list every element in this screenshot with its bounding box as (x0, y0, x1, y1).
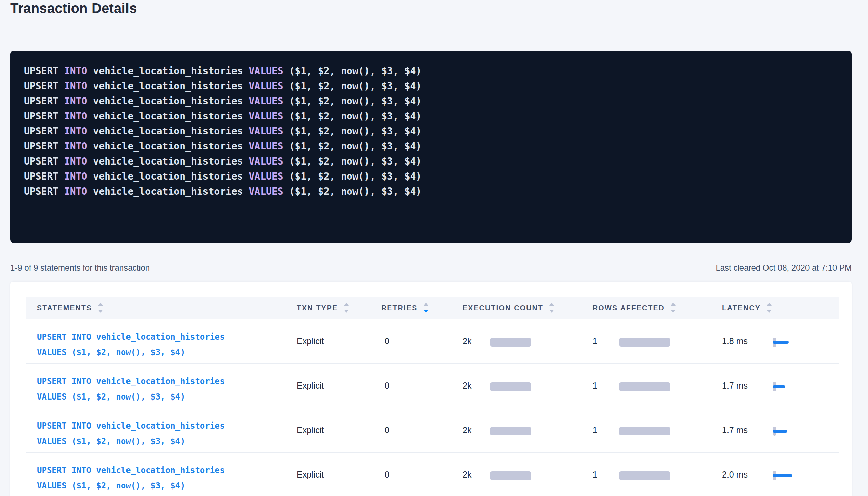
statement-cell: UPSERT INTO vehicle_location_histories V… (26, 364, 297, 408)
execution-count-bar (490, 427, 531, 435)
sort-asc-icon (424, 303, 428, 306)
sql-statement-line: UPSERT INTO vehicle_location_histories V… (24, 109, 852, 124)
latency-value: 1.8 ms (722, 336, 748, 346)
latency-cell: 1.8 ms (722, 319, 839, 363)
sort-asc-icon (98, 303, 103, 306)
sort-desc-icon (98, 310, 103, 313)
sql-statement-line: UPSERT INTO vehicle_location_histories V… (24, 169, 852, 184)
latency-value: 1.7 ms (722, 425, 748, 435)
statement-link[interactable]: UPSERT INTO vehicle_location_histories (37, 374, 297, 389)
sort-desc-icon (549, 310, 554, 313)
statements-count-label: 1-9 of 9 statements for this transaction (10, 263, 150, 273)
sort-arrows-icon (671, 303, 676, 313)
table-row: UPSERT INTO vehicle_location_histories V… (26, 453, 839, 496)
rows-affected-value: 1 (592, 470, 597, 479)
column-header-rows-affected[interactable]: ROWS AFFECTED (592, 303, 722, 313)
sql-statements-box: UPSERT INTO vehicle_location_histories V… (10, 51, 852, 243)
rows-affected-value: 1 (592, 336, 597, 346)
rows-affected-bar (619, 338, 670, 347)
sql-statement-line: UPSERT INTO vehicle_location_histories V… (24, 94, 852, 109)
rows-affected-value: 1 (592, 425, 597, 435)
sort-desc-icon (671, 310, 676, 313)
sort-arrows-icon (98, 303, 103, 313)
sort-arrows-icon (424, 303, 428, 313)
retries-cell: 0 (381, 364, 463, 408)
latency-cell: 2.0 ms (722, 453, 839, 496)
rows-affected-bar (619, 427, 670, 435)
latency-bar (773, 430, 787, 433)
rows-affected-value: 1 (592, 381, 597, 390)
last-cleared-label: Last cleared Oct 08, 2020 at 7:10 PM (716, 263, 852, 273)
sort-arrows-icon (767, 303, 772, 313)
execution-count-bar (490, 471, 531, 480)
sort-asc-icon (767, 303, 772, 306)
sql-statement-list: UPSERT INTO vehicle_location_histories V… (24, 64, 852, 199)
latency-cell: 1.7 ms (722, 364, 839, 408)
latency-bar-chart (773, 471, 803, 480)
column-header-execution-count[interactable]: EXECUTION COUNT (463, 303, 592, 313)
sort-desc-icon (767, 310, 772, 313)
table-row: UPSERT INTO vehicle_location_histories V… (26, 364, 839, 408)
sort-arrows-icon (344, 303, 349, 313)
statement-link[interactable]: UPSERT INTO vehicle_location_histories (37, 329, 297, 345)
table-row: UPSERT INTO vehicle_location_histories V… (26, 319, 839, 364)
execution-count-value: 2k (463, 381, 471, 390)
table-row: UPSERT INTO vehicle_location_histories V… (26, 408, 839, 453)
execution-count-value: 2k (463, 336, 471, 346)
sort-arrows-icon (549, 303, 554, 313)
rows-affected-bar (619, 382, 670, 391)
statement-cell: UPSERT INTO vehicle_location_histories V… (26, 408, 297, 452)
column-header-latency[interactable]: LATENCY (722, 303, 839, 313)
sql-statement-line: UPSERT INTO vehicle_location_histories V… (24, 64, 852, 79)
statement-link[interactable]: VALUES ($1, $2, now(), $3, $4) (37, 345, 297, 360)
sql-statement-line: UPSERT INTO vehicle_location_histories V… (24, 124, 852, 139)
execution-count-cell: 2k (463, 453, 592, 496)
rows-affected-cell: 1 (592, 319, 722, 363)
latency-bar-chart (773, 338, 803, 347)
sort-desc-icon (424, 310, 428, 313)
latency-bar (773, 341, 789, 344)
statement-link[interactable]: VALUES ($1, $2, now(), $3, $4) (37, 478, 297, 494)
latency-cell: 1.7 ms (722, 408, 839, 452)
column-header-retries[interactable]: RETRIES (381, 303, 463, 313)
sort-asc-icon (344, 303, 349, 306)
sql-statement-line: UPSERT INTO vehicle_location_histories V… (24, 184, 852, 199)
rows-affected-cell: 1 (592, 453, 722, 496)
sort-asc-icon (671, 303, 676, 306)
execution-count-bar (490, 382, 531, 391)
execution-count-value: 2k (463, 425, 471, 435)
rows-affected-cell: 1 (592, 364, 722, 408)
transaction-details-page: Transaction Details UPSERT INTO vehicle_… (0, 0, 868, 496)
statement-link[interactable]: UPSERT INTO vehicle_location_histories (37, 463, 297, 478)
latency-bar (773, 474, 792, 477)
execution-count-cell: 2k (463, 319, 592, 363)
txn-type-cell: Explicit (297, 453, 381, 496)
statement-link[interactable]: VALUES ($1, $2, now(), $3, $4) (37, 434, 297, 449)
page-title: Transaction Details (10, 1, 137, 16)
execution-count-value: 2k (463, 470, 471, 479)
sql-statement-line: UPSERT INTO vehicle_location_histories V… (24, 139, 852, 154)
latency-bar-chart (773, 427, 803, 436)
sort-desc-icon (344, 310, 349, 313)
txn-type-cell: Explicit (297, 319, 381, 363)
table-body: UPSERT INTO vehicle_location_histories V… (26, 319, 839, 496)
statement-cell: UPSERT INTO vehicle_location_histories V… (26, 453, 297, 496)
execution-count-cell: 2k (463, 364, 592, 408)
statement-cell: UPSERT INTO vehicle_location_histories V… (26, 319, 297, 363)
statement-link[interactable]: UPSERT INTO vehicle_location_histories (37, 418, 297, 434)
sql-statement-line: UPSERT INTO vehicle_location_histories V… (24, 79, 852, 94)
txn-type-cell: Explicit (297, 364, 381, 408)
sql-statement-line: UPSERT INTO vehicle_location_histories V… (24, 154, 852, 169)
txn-type-cell: Explicit (297, 408, 381, 452)
column-header-statements[interactable]: STATEMENTS (26, 303, 297, 313)
statements-table-card: STATEMENTS TXN TYPE RETRIES (10, 282, 852, 496)
latency-bar (773, 385, 785, 388)
sort-asc-icon (549, 303, 554, 306)
latency-bar-chart (773, 382, 803, 391)
rows-affected-cell: 1 (592, 408, 722, 452)
statement-link[interactable]: VALUES ($1, $2, now(), $3, $4) (37, 389, 297, 405)
table-header-row: STATEMENTS TXN TYPE RETRIES (26, 297, 839, 319)
retries-cell: 0 (381, 453, 463, 496)
column-header-txn-type[interactable]: TXN TYPE (297, 303, 381, 313)
retries-cell: 0 (381, 408, 463, 452)
